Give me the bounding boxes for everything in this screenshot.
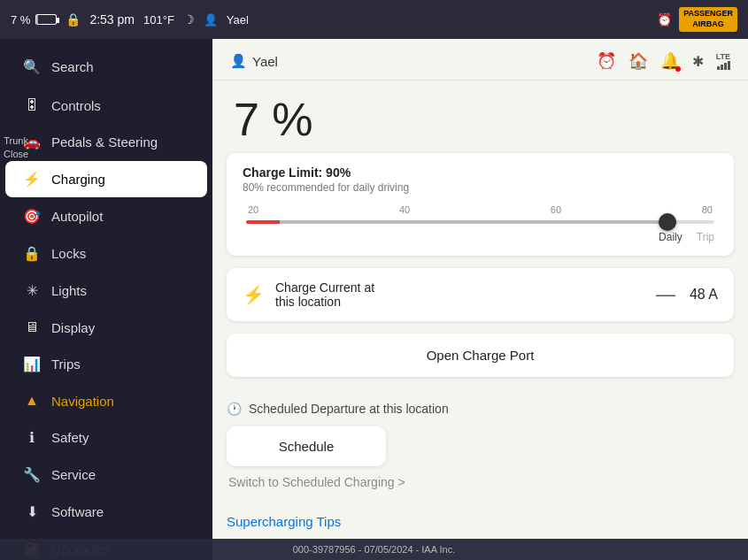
charge-value-display: 48 A <box>690 287 718 303</box>
sidebar-item-controls[interactable]: 🎛 Controls <box>5 88 207 123</box>
navigation-icon: ▲ <box>23 393 41 409</box>
content-user-icon: 👤 <box>230 53 247 69</box>
sidebar-autopilot-label: Autopilot <box>51 209 103 224</box>
header-icons: ⏰ 🏠 🔔 ✱ LTE <box>597 51 730 71</box>
autopilot-icon: 🎯 <box>23 208 41 225</box>
lights-icon: ✳ <box>23 282 41 299</box>
supercharging-tips-link[interactable]: Supercharging Tips <box>227 514 734 529</box>
main-container: 🔍 Search 🎛 Controls 🚗 Pedals & Steering … <box>0 39 748 560</box>
scheduled-section: 🕐 Scheduled Departure at this location S… <box>227 389 734 505</box>
display-icon: 🖥 <box>23 319 41 335</box>
sidebar-item-navigation[interactable]: ▲ Navigation <box>5 383 207 418</box>
sidebar-display-label: Display <box>51 320 95 335</box>
battery-percent-large: 7 % <box>212 81 748 153</box>
search-icon: 🔍 <box>23 58 41 75</box>
scheduled-icon: 🕐 <box>227 402 242 416</box>
sidebar-trips-label: Trips <box>51 357 81 372</box>
charge-controls: — 48 A <box>652 283 718 306</box>
slider-fill <box>246 220 667 224</box>
sidebar-item-charging[interactable]: ⚡ Charging <box>5 161 207 197</box>
trunk-label[interactable]: Trunk Close <box>4 134 28 162</box>
sidebar-service-label: Service <box>51 467 96 482</box>
battery-percent-label: 7 % <box>11 13 30 27</box>
charging-icon: ⚡ <box>23 171 41 188</box>
alarm-header-icon: ⏰ <box>597 51 616 71</box>
sidebar-pedals-label: Pedals & Steering <box>51 134 158 150</box>
service-icon: 🔧 <box>23 466 41 483</box>
passenger-airbag-label: PASSENGERAIRBAG <box>679 7 737 31</box>
user-name-status: Yael <box>227 13 249 27</box>
charge-slider-container[interactable]: 20 40 60 80 Daily Trip <box>243 204 718 243</box>
sidebar-item-display[interactable]: 🖥 Display <box>5 310 207 345</box>
sidebar-item-software[interactable]: ⬇ Software <box>5 494 207 530</box>
lock-icon: 🔒 <box>66 12 81 27</box>
charge-limit-subtitle: 80% recommended for daily driving <box>243 181 718 194</box>
sidebar-item-autopilot[interactable]: 🎯 Autopilot <box>5 198 207 234</box>
daily-tab[interactable]: Daily <box>659 231 682 243</box>
sidebar-software-label: Software <box>51 504 104 519</box>
battery-info: 7 % <box>11 13 57 27</box>
sidebar-item-service[interactable]: 🔧 Service <box>5 456 207 493</box>
sidebar-item-search[interactable]: 🔍 Search <box>5 50 207 84</box>
sidebar-navigation-label: Navigation <box>51 394 114 409</box>
slider-labels: 20 40 60 80 <box>246 204 714 215</box>
content-user-name: 👤 Yael <box>230 53 278 69</box>
sidebar-item-trips[interactable]: 📊 Trips <box>5 346 207 382</box>
signal-bars <box>717 61 730 70</box>
temperature-display: 101°F <box>143 13 174 27</box>
time-display: 2:53 pm <box>89 12 135 27</box>
controls-icon: 🎛 <box>23 97 41 113</box>
bluetooth-icon: ✱ <box>692 53 704 70</box>
content-area: 👤 Yael ⏰ 🏠 🔔 ✱ LTE <box>212 39 748 560</box>
content-header: 👤 Yael ⏰ 🏠 🔔 ✱ LTE <box>212 39 748 81</box>
sidebar-charging-label: Charging <box>51 172 105 187</box>
status-bar-right: ⏰ PASSENGERAIRBAG <box>657 7 737 31</box>
charge-limit-card: Charge Limit: 90% 80% recommended for da… <box>227 153 734 256</box>
footer-text: 000-39787956 - 07/05/2024 - IAA Inc. <box>293 544 455 555</box>
alarm-icon: ⏰ <box>657 12 672 27</box>
charge-current-icon: ⚡ <box>243 284 265 305</box>
slider-thumb[interactable] <box>659 213 676 231</box>
status-bar: 7 % 🔒 2:53 pm 101°F ☽ 👤 Yael ⏰ PASSENGER… <box>0 0 748 39</box>
slider-track[interactable] <box>246 220 714 224</box>
locks-icon: 🔒 <box>23 245 41 262</box>
scheduled-title: 🕐 Scheduled Departure at this location <box>227 402 734 416</box>
battery-icon <box>35 14 57 25</box>
sidebar-lights-label: Lights <box>51 283 87 298</box>
software-icon: ⬇ <box>23 503 41 520</box>
building-icon: 🏠 <box>628 51 648 71</box>
sidebar-locks-label: Locks <box>51 246 86 261</box>
schedule-button[interactable]: Schedule <box>227 426 386 466</box>
charge-current-title-line1: Charge Current at <box>275 280 642 295</box>
charge-limit-title: Charge Limit: 90% <box>243 165 718 180</box>
notification-icon: 🔔 <box>660 51 680 71</box>
sidebar-safety-label: Safety <box>51 430 89 445</box>
charge-current-label: Charge Current at this location <box>275 280 642 309</box>
sidebar: 🔍 Search 🎛 Controls 🚗 Pedals & Steering … <box>0 39 212 560</box>
footer-bar: 000-39787956 - 07/05/2024 - IAA Inc. <box>0 539 748 560</box>
trips-icon: 📊 <box>23 356 41 372</box>
sidebar-item-safety[interactable]: ℹ Safety <box>5 419 207 456</box>
moon-icon: ☽ <box>183 12 195 27</box>
sidebar-search-label: Search <box>51 59 94 74</box>
user-status-icon: 👤 <box>204 13 218 27</box>
sidebar-item-locks[interactable]: 🔒 Locks <box>5 235 207 272</box>
decrease-charge-button[interactable]: — <box>652 283 679 306</box>
lte-badge: LTE <box>716 52 730 70</box>
sidebar-item-pedals[interactable]: 🚗 Pedals & Steering <box>5 124 207 160</box>
open-charge-port-button[interactable]: Open Charge Port <box>227 334 734 377</box>
charge-current-title-line2: this location <box>275 295 642 309</box>
sidebar-controls-label: Controls <box>51 98 101 113</box>
charge-current-card: ⚡ Charge Current at this location — 48 A <box>227 268 734 321</box>
slider-tabs: Daily Trip <box>246 231 714 243</box>
safety-icon: ℹ <box>23 429 41 446</box>
sidebar-item-lights[interactable]: ✳ Lights <box>5 272 207 309</box>
switch-charging-link[interactable]: Switch to Scheduled Charging > <box>227 475 734 489</box>
trip-tab[interactable]: Trip <box>697 231 714 243</box>
notification-dot <box>675 66 681 72</box>
